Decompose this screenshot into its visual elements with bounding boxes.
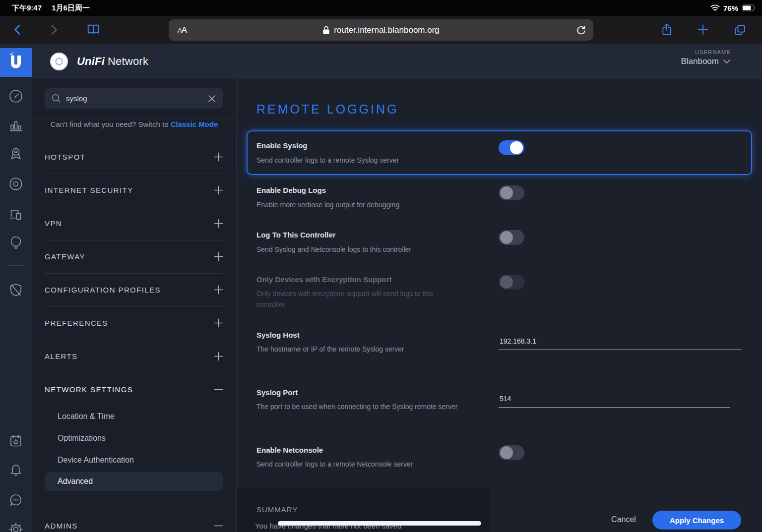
section-label: INTERNET SECURITY <box>45 186 133 194</box>
row-desc: Send controller logs to a remote Syslog … <box>256 155 399 166</box>
sidebar-section-network-settings[interactable]: NETWORK SETTINGS <box>45 384 223 395</box>
text-size-big-a: A <box>182 25 187 35</box>
chat-icon[interactable] <box>0 492 32 508</box>
unifi-header: UniFiNetwork USERNAME Blanboom <box>32 44 762 79</box>
product-title: UniFiNetwork <box>77 55 148 68</box>
row-label: Enable Netconsole <box>256 446 323 454</box>
clients-icon[interactable] <box>0 206 32 222</box>
insights-icon[interactable] <box>0 235 32 250</box>
apply-changes-button[interactable]: Apply Changes <box>652 511 741 530</box>
sidebar-section-hotspot[interactable]: HOTSPOT <box>45 151 223 162</box>
status-date: 1月6日周一 <box>52 3 90 12</box>
plus-icon <box>214 152 223 162</box>
syslog-port-input[interactable]: 514 <box>499 392 730 408</box>
chevron-down-icon <box>723 59 731 64</box>
share-icon[interactable] <box>655 16 679 44</box>
syslog-host-input[interactable]: 192.168.3.1 <box>499 334 742 350</box>
section-label: PREFERENCES <box>45 319 108 327</box>
clear-search-icon[interactable] <box>207 94 216 103</box>
brand-unifi: UniFi <box>77 55 105 67</box>
devices-icon[interactable] <box>0 176 32 192</box>
user-menu[interactable]: USERNAME Blanboom <box>681 49 731 66</box>
row-desc: Send Syslog and Netconsole logs to this … <box>256 244 411 255</box>
events-calendar-icon[interactable] <box>0 433 32 449</box>
section-label: CONFIGURATION PROFILES <box>45 286 161 294</box>
divider <box>32 118 236 118</box>
toggle-knob <box>510 141 523 154</box>
row-desc: Only devices with encryption support wil… <box>256 288 455 310</box>
sidebar-section-alerts[interactable]: ALERTS <box>45 351 223 361</box>
settings-sidebar: Can't find what you need? Switch to Clas… <box>32 79 237 532</box>
status-time: 下午9:47 <box>12 3 42 12</box>
toggle-knob <box>500 231 513 244</box>
icon-rail <box>0 44 32 532</box>
tabs-icon[interactable] <box>728 16 752 44</box>
map-icon[interactable] <box>0 146 32 162</box>
plus-icon <box>214 252 223 261</box>
battery-icon <box>742 4 756 11</box>
plus-icon <box>214 185 223 195</box>
text-size-button[interactable]: AA <box>178 25 187 35</box>
page-title: REMOTE LOGGING <box>256 102 399 117</box>
statistics-icon[interactable] <box>0 118 32 133</box>
toggle-knob <box>500 446 513 459</box>
row-desc: Enable more verbose log output for debug… <box>256 199 399 210</box>
username-value: Blanboom <box>681 57 719 66</box>
divider <box>45 240 223 240</box>
sidebar-section-preferences[interactable]: PREFERENCES <box>45 317 223 328</box>
encryption-only-toggle <box>499 275 524 290</box>
threat-management-icon[interactable] <box>0 282 32 298</box>
classic-mode-link[interactable]: Classic Mode <box>171 120 218 128</box>
sidebar-section-admins[interactable]: ADMINS <box>45 520 223 531</box>
sidebar-item-device-authentication[interactable]: Device Authentication <box>58 454 221 466</box>
plus-icon <box>214 285 223 295</box>
search-input[interactable] <box>66 94 202 103</box>
settings-gear-icon[interactable] <box>0 522 32 532</box>
note-text: Can't find what you need? Switch to <box>50 120 170 128</box>
sidebar-item-optimizations[interactable]: Optimizations <box>58 432 221 444</box>
section-label: ADMINS <box>45 522 78 530</box>
divider <box>45 273 223 274</box>
dashboard-icon[interactable] <box>0 88 32 104</box>
text-size-small-a: A <box>178 27 182 34</box>
section-label: GATEWAY <box>45 252 85 261</box>
search-icon <box>52 94 61 103</box>
notifications-bell-icon[interactable] <box>0 463 32 478</box>
section-label: NETWORK SETTINGS <box>45 385 133 394</box>
row-label: Syslog Host <box>256 331 300 339</box>
sidebar-item-advanced[interactable]: Advanced <box>58 475 221 487</box>
new-tab-icon[interactable] <box>691 16 715 44</box>
ubiquiti-logo[interactable] <box>0 48 32 77</box>
row-label: Only Devices with Encryption Support <box>256 275 392 284</box>
forward-button[interactable] <box>42 16 65 44</box>
minus-icon <box>214 521 223 531</box>
enable-netconsole-toggle[interactable] <box>499 445 524 460</box>
divider <box>45 373 223 373</box>
syslog-port-value: 514 <box>500 395 511 403</box>
enable-syslog-toggle[interactable] <box>499 140 524 155</box>
sidebar-section-vpn[interactable]: VPN <box>45 218 223 229</box>
home-indicator[interactable] <box>278 521 481 526</box>
settings-search[interactable] <box>45 88 223 109</box>
battery-percent: 76% <box>723 4 738 12</box>
ios-status-bar: 下午9:47 1月6日周一 76% <box>0 0 762 16</box>
status-left: 下午9:47 1月6日周一 <box>12 3 98 13</box>
sidebar-section-gateway[interactable]: GATEWAY <box>45 251 223 262</box>
sidebar-section-internet-security[interactable]: INTERNET SECURITY <box>45 184 223 195</box>
sidebar-item-location-time[interactable]: Location & Time <box>58 411 221 422</box>
cancel-button[interactable]: Cancel <box>605 515 642 524</box>
bookmarks-icon[interactable] <box>81 16 105 44</box>
divider <box>45 306 223 307</box>
status-right: 76% <box>710 4 756 12</box>
enable-syslog-focus-ring <box>247 130 752 175</box>
log-to-this-controller-toggle[interactable] <box>499 230 524 245</box>
divider <box>45 174 223 174</box>
reload-button[interactable] <box>576 25 586 36</box>
row-label: Syslog Port <box>256 388 298 397</box>
address-bar[interactable]: AA router.internal.blanboom.org <box>169 19 593 41</box>
classic-mode-note: Can't find what you need? Switch to Clas… <box>32 120 237 128</box>
remote-logging-panel: REMOTE LOGGING Enable Syslog Send contro… <box>237 79 762 532</box>
back-button[interactable] <box>6 16 30 44</box>
sidebar-section-configuration-profiles[interactable]: CONFIGURATION PROFILES <box>45 284 223 295</box>
enable-debug-logs-toggle[interactable] <box>499 185 524 200</box>
